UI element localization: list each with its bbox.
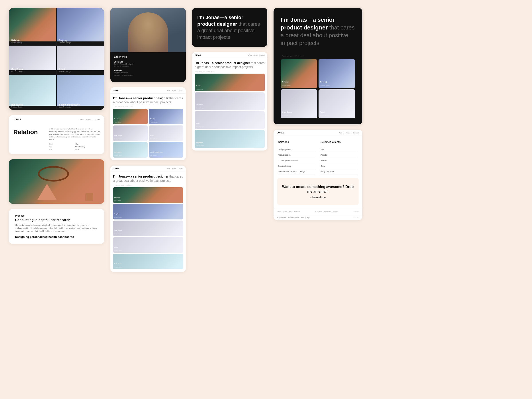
ldh-project-relation[interactable]: Relation Visual Identity xyxy=(281,59,317,88)
type-value: Visual Identity xyxy=(75,146,101,148)
client-label: Client xyxy=(49,143,74,145)
footer-link-about[interactable]: About xyxy=(288,211,292,213)
full-portfolio-hero: I'm Jonas—a senior product designer that… xyxy=(110,172,186,184)
footer-link-work[interactable]: Work xyxy=(283,211,287,213)
relation-description: In this project case study, I will be sh… xyxy=(49,128,101,141)
process-section-card: Process Conducting in-depth user researc… xyxy=(9,209,104,244)
person-silhouette xyxy=(128,13,168,52)
sp-nav-work[interactable]: Work xyxy=(248,54,252,56)
fpc-nav-about[interactable]: About xyxy=(172,168,176,169)
svc-nav-about[interactable]: About xyxy=(346,132,350,134)
ldh-project-react[interactable]: React Product Design xyxy=(318,89,355,118)
fpc-project-reflect[interactable]: Reflections Product Design xyxy=(113,254,183,269)
mini-portfolio-logo: JONAS xyxy=(113,89,119,91)
full-portfolio-items: Relation Visual Identity Buy Hej Product… xyxy=(110,187,186,272)
fpc-project-buy[interactable]: Buy Hej Product Design xyxy=(113,204,183,219)
relation-meta: Client Client Type Visual Identity Year … xyxy=(49,143,101,151)
sp-nav-contact[interactable]: Contact xyxy=(259,54,265,56)
sp-project-reflect[interactable]: Reflections Product Design xyxy=(195,130,265,148)
job1-date: August 2021–today xyxy=(114,65,182,67)
services-list: Design systems Product design UX design … xyxy=(278,147,315,174)
fpc-project-grey[interactable]: Grey Space Product Design xyxy=(113,221,183,236)
mini-project-reflect[interactable]: Reflections Product Design xyxy=(113,142,148,158)
clients-column: Selected clients Vaja Polestar Allbirds … xyxy=(321,140,358,174)
phone-project-item-buy[interactable]: Buy Hej Product Design xyxy=(57,8,104,46)
bubble-image xyxy=(57,75,104,106)
footer-link-contact[interactable]: Contact xyxy=(294,211,299,213)
services-body: Services Design systems Product design U… xyxy=(273,136,362,174)
clients-list: Vaja Polestar Allbirds Oatly Bang & Oluf… xyxy=(321,147,358,174)
sp-project-relation[interactable]: Relation Visual Identity xyxy=(195,74,265,91)
job2-company: Meadow xyxy=(114,70,182,72)
mini-portfolio-hero: I'm Jonas—a senior product designer that… xyxy=(110,94,186,106)
relation-card-logo: JONAS xyxy=(13,118,21,121)
social-instagram[interactable]: Instagram xyxy=(324,211,330,213)
svc-nav-work[interactable]: Work xyxy=(339,132,344,134)
services-logo: JONAS xyxy=(277,132,284,134)
job2-date: January 2020–July 2021 xyxy=(114,74,182,76)
phone-project-item-react[interactable]: React Product Design xyxy=(57,46,104,75)
services-footer-links: Home Work About Contact xyxy=(277,211,299,213)
footer-link-home[interactable]: Home xyxy=(277,211,281,213)
footer-buy-template[interactable]: Buy template xyxy=(277,217,286,218)
phone-project-item-grey[interactable]: Grey Space Product Design xyxy=(9,46,57,75)
column-1: Relation Visual Identity Buy Hej Product… xyxy=(9,8,104,391)
service-item-strategy: Design strategy xyxy=(278,163,315,169)
mini-project-bubble[interactable]: Bubble Introduction User Research xyxy=(149,142,183,158)
mini-nav-about[interactable]: About xyxy=(172,89,176,91)
fpc-project-react[interactable]: React Product Design xyxy=(113,237,183,253)
phone-mockup-card: Relation Visual Identity Buy Hej Product… xyxy=(9,8,104,110)
featured-work-label: Featured work2018–2022 xyxy=(281,55,355,57)
full-portfolio-card: JONAS Work About Contact I'm Jonas—a sen… xyxy=(110,165,186,272)
phone-project-item-relation[interactable]: Relation Visual Identity xyxy=(9,8,57,46)
large-dark-hero-card: I'm Jonas—a senior product designer that… xyxy=(273,8,362,124)
client-vaja: Vaja xyxy=(321,147,358,152)
svc-nav-contact[interactable]: Contact xyxy=(352,132,359,134)
relation-ring-shape xyxy=(38,166,69,182)
ldh-project-grey[interactable]: Grey Space Product Design xyxy=(281,89,317,118)
second-portfolio-nav-links: Work About Contact xyxy=(248,54,265,56)
relation-image-card xyxy=(9,159,104,204)
services-page-card: JONAS Work About Contact Services Design… xyxy=(273,130,362,220)
full-portfolio-nav-links: Work About Contact xyxy=(166,168,183,169)
sp-project-grey[interactable]: Grey Space Product Design xyxy=(195,92,265,110)
fpc-nav-contact[interactable]: Contact xyxy=(178,168,183,169)
footer-more-templates[interactable]: More templates xyxy=(288,217,299,218)
service-item-design-systems: Design systems xyxy=(278,147,315,152)
second-full-portfolio-card: JONAS Work About Contact I'm Jonas—a sen… xyxy=(192,52,267,151)
relation-nav-about[interactable]: About xyxy=(86,118,91,121)
mini-portfolio-nav: JONAS Work About Contact xyxy=(110,87,186,94)
mini-project-react[interactable]: React Product Design xyxy=(149,126,183,141)
phone-project-item-bubble[interactable]: Bubble Introduction User Research xyxy=(57,75,104,110)
fpc-project-relation[interactable]: Relation Visual Identity xyxy=(113,187,183,203)
relation-nav-work[interactable]: Work xyxy=(80,118,84,121)
second-portfolio-featured-label: Featured work2018–2022 xyxy=(192,71,267,74)
mini-project-relation[interactable]: Relation Visual Identity xyxy=(113,109,148,124)
page-wrapper: Relation Visual Identity Buy Hej Product… xyxy=(0,0,532,399)
dark-hero-center-card: I'm Jonas—a senior product designer that… xyxy=(192,8,267,47)
second-portfolio-hero-text: I'm Jonas—a senior product designer that… xyxy=(195,61,265,69)
process-description: The design process began with in-depth u… xyxy=(15,224,98,233)
services-nav-links: Work About Contact xyxy=(339,132,359,134)
mini-project-buy[interactable]: Buy Hej Product Design xyxy=(149,109,183,124)
services-bottom-links: Buy template More templates Built by Bry… xyxy=(277,217,310,218)
ldh-project-buy[interactable]: Buy Hej Product Design xyxy=(318,59,355,88)
mini-nav-work[interactable]: Work xyxy=(166,89,170,91)
services-footer-social: X (Twitter) Instagram LinkedIn xyxy=(316,211,338,213)
full-portfolio-logo: JONAS xyxy=(113,168,119,170)
second-portfolio-logo: JONAS xyxy=(195,54,201,56)
social-linkedin[interactable]: LinkedIn xyxy=(332,211,338,213)
phone-project-label-react: React Product Design xyxy=(59,68,71,72)
sp-project-react[interactable]: React Product Design xyxy=(195,111,265,129)
services-cta-email[interactable]: → hi@email.com xyxy=(282,196,354,198)
phone-project-item-reflections[interactable]: Reflections Product Design xyxy=(9,75,57,110)
mini-project-grey[interactable]: Grey Space Product Design xyxy=(113,126,148,141)
relation-nav-contact[interactable]: Contact xyxy=(94,118,100,121)
sp-nav-about[interactable]: About xyxy=(253,54,258,56)
mini-nav-contact[interactable]: Contact xyxy=(178,89,183,91)
fpc-nav-work[interactable]: Work xyxy=(166,168,170,169)
experience-section-title: Experience xyxy=(114,55,182,58)
social-twitter[interactable]: X (Twitter) xyxy=(316,211,323,213)
experience-job-1: Silent Yes Senior Product Designer Augus… xyxy=(114,61,182,67)
column-2: Experience Silent Yes Senior Product Des… xyxy=(110,8,186,391)
